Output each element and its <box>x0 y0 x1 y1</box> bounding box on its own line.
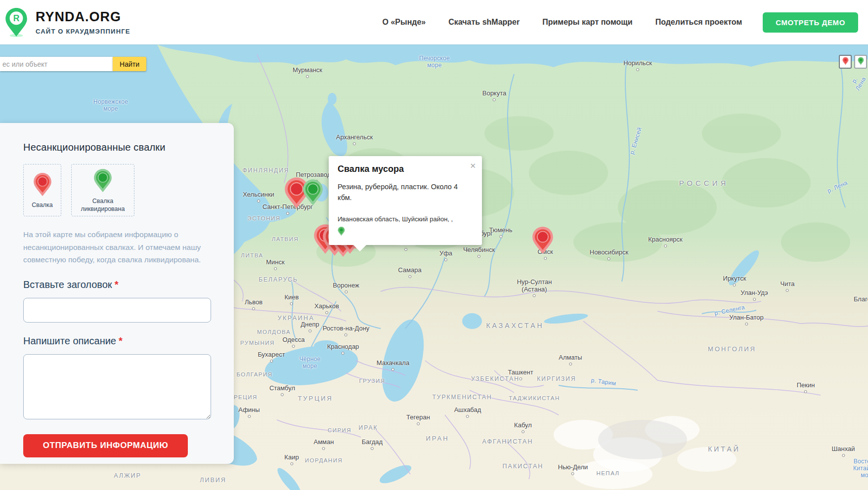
panel-description: На этой карте мы собираем информацию о н… <box>23 228 215 266</box>
green-pin-icon <box>858 57 864 67</box>
submit-button[interactable]: ОТПРАВИТЬ ИНФОРМАЦИЮ <box>23 434 188 457</box>
demo-button[interactable]: СМОТРЕТЬ ДЕМО <box>763 12 858 33</box>
logo[interactable]: R RYNDA.ORG САЙТ О КРАУДМЭППИНГЕ <box>5 7 130 37</box>
main-nav: О «Рынде» Скачать shMapper Примеры карт … <box>383 18 742 27</box>
layer-toggle-liquidated[interactable] <box>854 55 867 69</box>
logo-pin-icon: R <box>5 7 28 37</box>
description-field-label-text: Напишите описание <box>23 335 116 346</box>
required-asterisk: * <box>115 279 119 290</box>
panel-title: Несанкционированные свалки <box>23 142 211 153</box>
nav-about[interactable]: О «Рынде» <box>383 18 426 27</box>
popup-title: Свалка мусора <box>338 164 473 174</box>
title-field-label-text: Вставьте заголовок <box>23 279 112 290</box>
description-textarea[interactable] <box>23 354 211 419</box>
map-search: Найти <box>0 57 146 71</box>
title-input[interactable] <box>23 298 211 323</box>
header: R RYNDA.ORG САЙТ О КРАУДМЭППИНГЕ О «Рынд… <box>0 0 868 44</box>
red-pin-icon <box>33 172 52 199</box>
location-pin-icon <box>338 226 473 238</box>
map-marker-green[interactable] <box>303 179 323 208</box>
popup-description: Резина, руберойд, пластик. Около 4 кбм. <box>338 181 473 204</box>
title-field-label: Вставьте заголовок* <box>23 279 211 290</box>
nav-map-examples[interactable]: Примеры карт помощи <box>542 18 632 27</box>
layer-toggle-dumps[interactable] <box>839 55 852 69</box>
map-marker-red[interactable] <box>532 226 554 256</box>
search-input[interactable] <box>0 57 113 71</box>
red-pin-icon <box>842 57 849 67</box>
legend-liquidated-label: Свалка ликвидирована <box>75 197 131 213</box>
site-subtitle: САЙТ О КРАУДМЭППИНГЕ <box>36 28 130 35</box>
nav-share-project[interactable]: Поделиться проектом <box>655 18 742 27</box>
svg-text:R: R <box>13 13 20 23</box>
required-asterisk: * <box>119 335 123 346</box>
report-panel: Несанкционированные свалки Свалка Свалка… <box>0 123 234 464</box>
nav-download-shmapper[interactable]: Скачать shMapper <box>448 18 520 27</box>
search-button[interactable]: Найти <box>113 57 146 71</box>
legend: Свалка Свалка ликвидирована <box>23 164 211 216</box>
layer-toggles <box>839 55 867 69</box>
dump-info-popup: Свалка мусора ✕ Резина, руберойд, пласти… <box>329 156 482 245</box>
green-pin-icon <box>93 168 112 195</box>
description-field-label: Напишите описание* <box>23 335 211 347</box>
close-icon[interactable]: ✕ <box>470 162 476 169</box>
logo-text: RYNDA.ORG САЙТ О КРАУДМЭППИНГЕ <box>36 9 130 35</box>
legend-liquidated: Свалка ликвидирована <box>71 164 134 216</box>
legend-dump: Свалка <box>23 164 61 216</box>
site-title: RYNDA.ORG <box>36 9 130 25</box>
popup-address: Ивановская область, Шуйский район, , <box>338 215 473 223</box>
legend-dump-label: Свалка <box>32 201 52 209</box>
